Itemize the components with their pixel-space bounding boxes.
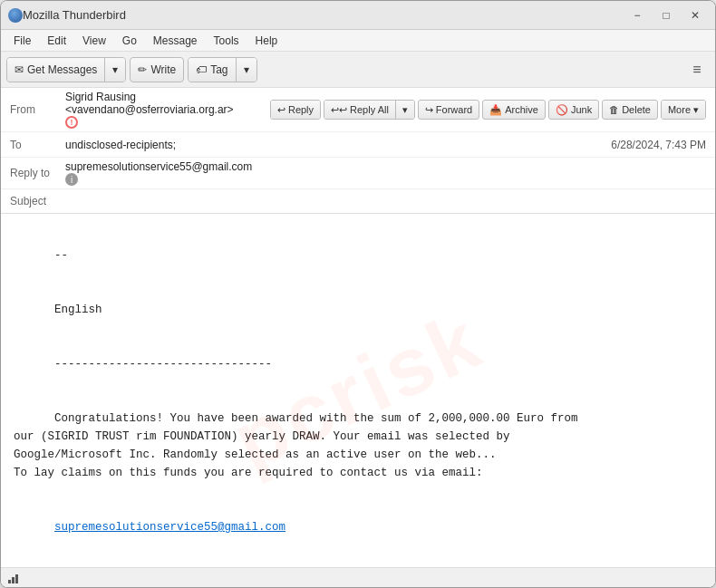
reply-all-group: ↩↩ Reply All ▾ xyxy=(324,100,415,120)
reply-to-value: supremesolutionservice55@gmail.com i xyxy=(65,160,706,186)
reply-group: ↩ Reply xyxy=(270,100,321,120)
more-group: More ▾ xyxy=(661,100,706,120)
from-value: Sigrid Rausing <vavendano@osferroviaria.… xyxy=(65,91,265,129)
more-button[interactable]: More ▾ xyxy=(662,101,705,119)
reply-all-arrow[interactable]: ▾ xyxy=(396,101,414,119)
subject-label: Subject xyxy=(10,195,60,207)
tag-icon: 🏷 xyxy=(196,63,207,76)
tag-arrow[interactable]: ▾ xyxy=(237,58,256,82)
menu-help[interactable]: Help xyxy=(248,33,285,49)
junk-button[interactable]: 🚫 Junk xyxy=(548,100,599,120)
menu-bar: File Edit View Go Message Tools Help xyxy=(1,30,715,52)
write-button[interactable]: ✏ Write xyxy=(130,57,184,82)
subject-row: Subject xyxy=(1,189,715,213)
email-date: 6/28/2024, 7:43 PM xyxy=(611,139,706,151)
hamburger-button[interactable]: ≡ xyxy=(684,57,710,82)
delete-icon: 🗑 xyxy=(609,104,619,115)
spam-warning-icon[interactable]: ! xyxy=(65,116,78,129)
tag-group: 🏷 Tag ▾ xyxy=(188,57,256,82)
reply-all-icon: ↩↩ xyxy=(331,104,347,116)
envelope-icon: ✉ xyxy=(15,63,24,76)
app-icon xyxy=(8,8,23,23)
forward-button[interactable]: ↪ Forward xyxy=(418,100,479,120)
menu-message[interactable]: Message xyxy=(146,33,205,49)
more-arrow-icon: ▾ xyxy=(693,104,699,116)
menu-go[interactable]: Go xyxy=(115,33,144,49)
status-bar xyxy=(1,567,715,587)
close-button[interactable]: ✕ xyxy=(682,5,708,25)
signal-icon xyxy=(8,573,23,583)
minimize-button[interactable]: − xyxy=(624,5,650,25)
email-body: pcrisk -- English ----------------------… xyxy=(1,214,715,567)
email-link-1[interactable]: supremesolutionservice55@gmail.com xyxy=(54,521,285,534)
email-content: -- English -----------------------------… xyxy=(14,228,702,567)
window-controls: − □ ✕ xyxy=(624,5,708,25)
menu-file[interactable]: File xyxy=(6,33,38,49)
get-messages-group: ✉ Get Messages ▾ xyxy=(6,57,126,82)
pencil-icon: ✏ xyxy=(138,63,147,76)
delete-button[interactable]: 🗑 Delete xyxy=(602,100,658,120)
reply-all-button[interactable]: ↩↩ Reply All xyxy=(324,101,395,119)
junk-icon: 🚫 xyxy=(556,104,568,116)
get-messages-button[interactable]: ✉ Get Messages xyxy=(7,58,104,82)
to-label: To xyxy=(10,139,60,151)
archive-icon: 📥 xyxy=(489,104,502,116)
toolbar: ✉ Get Messages ▾ ✏ Write 🏷 Tag ▾ ≡ xyxy=(1,52,715,88)
menu-edit[interactable]: Edit xyxy=(40,33,73,49)
reply-button[interactable]: ↩ Reply xyxy=(271,101,320,119)
main-window: Mozilla Thunderbird − □ ✕ File Edit View… xyxy=(0,0,716,588)
to-row: To undisclosed-recipients; 6/28/2024, 7:… xyxy=(1,132,715,158)
title-bar: Mozilla Thunderbird − □ ✕ xyxy=(1,1,715,30)
get-messages-arrow[interactable]: ▾ xyxy=(105,58,125,82)
reply-to-row: Reply to supremesolutionservice55@gmail.… xyxy=(1,158,715,189)
to-value: undisclosed-recipients; xyxy=(65,139,605,151)
email-header: From Sigrid Rausing <vavendano@osferrovi… xyxy=(1,88,715,214)
reply-icon: ↩ xyxy=(277,104,285,116)
window-title: Mozilla Thunderbird xyxy=(23,8,624,22)
maximize-button[interactable]: □ xyxy=(653,5,679,25)
from-row: From Sigrid Rausing <vavendano@osferrovi… xyxy=(1,88,715,132)
reply-to-info-icon[interactable]: i xyxy=(65,173,78,186)
reply-to-label: Reply to xyxy=(10,167,60,179)
tag-button[interactable]: 🏷 Tag xyxy=(189,58,235,82)
forward-icon: ↪ xyxy=(425,104,433,116)
menu-view[interactable]: View xyxy=(75,33,113,49)
from-label: From xyxy=(10,103,60,116)
menu-tools[interactable]: Tools xyxy=(207,33,247,49)
email-actions: ↩ Reply ↩↩ Reply All ▾ ↪ Forward xyxy=(270,100,706,120)
archive-button[interactable]: 📥 Archive xyxy=(482,100,546,120)
